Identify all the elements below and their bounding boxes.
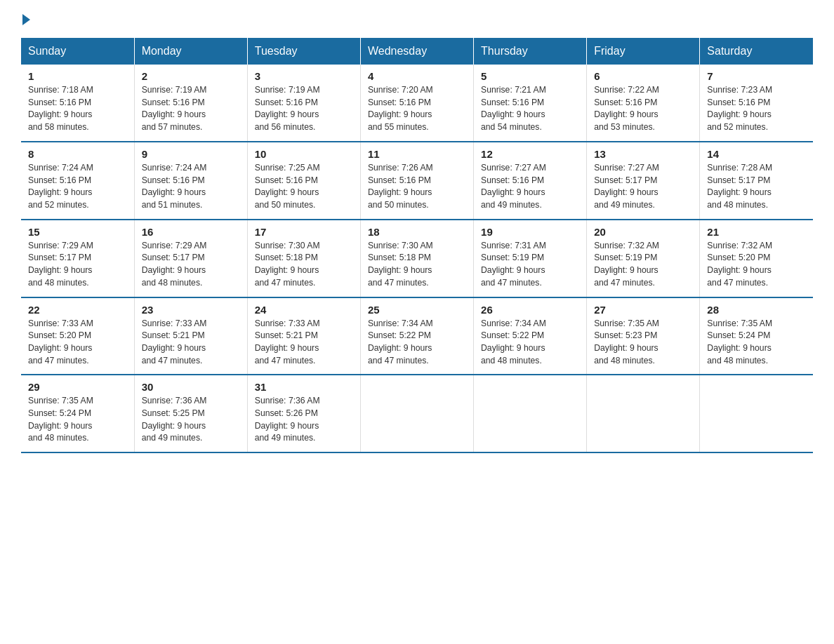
calendar-cell: 10Sunrise: 7:25 AM Sunset: 5:16 PM Dayli… (247, 142, 360, 220)
weekday-header-wednesday: Wednesday (360, 38, 473, 65)
calendar-week-5: 29Sunrise: 7:35 AM Sunset: 5:24 PM Dayli… (21, 375, 813, 452)
calendar-cell: 19Sunrise: 7:31 AM Sunset: 5:19 PM Dayli… (474, 220, 587, 297)
day-info: Sunrise: 7:18 AM Sunset: 5:16 PM Dayligh… (28, 84, 127, 134)
day-number: 5 (481, 70, 579, 82)
day-info: Sunrise: 7:33 AM Sunset: 5:21 PM Dayligh… (142, 318, 240, 368)
day-info: Sunrise: 7:34 AM Sunset: 5:22 PM Dayligh… (481, 318, 579, 368)
day-info: Sunrise: 7:24 AM Sunset: 5:16 PM Dayligh… (28, 162, 127, 212)
day-info: Sunrise: 7:27 AM Sunset: 5:16 PM Dayligh… (481, 162, 579, 212)
calendar-week-4: 22Sunrise: 7:33 AM Sunset: 5:20 PM Dayli… (21, 297, 813, 375)
calendar-cell: 20Sunrise: 7:32 AM Sunset: 5:19 PM Dayli… (587, 220, 700, 297)
page-header (21, 14, 813, 25)
day-number: 25 (368, 304, 466, 316)
day-number: 2 (142, 70, 240, 82)
calendar-cell: 30Sunrise: 7:36 AM Sunset: 5:25 PM Dayli… (134, 375, 247, 452)
calendar-week-3: 15Sunrise: 7:29 AM Sunset: 5:17 PM Dayli… (21, 220, 813, 297)
day-number: 31 (255, 381, 353, 393)
day-number: 18 (368, 226, 466, 238)
day-info: Sunrise: 7:35 AM Sunset: 5:24 PM Dayligh… (28, 395, 127, 445)
calendar-cell: 14Sunrise: 7:28 AM Sunset: 5:17 PM Dayli… (700, 142, 813, 220)
calendar-cell: 23Sunrise: 7:33 AM Sunset: 5:21 PM Dayli… (134, 297, 247, 375)
day-number: 7 (707, 70, 806, 82)
day-number: 10 (255, 148, 353, 160)
calendar-week-2: 8Sunrise: 7:24 AM Sunset: 5:16 PM Daylig… (21, 142, 813, 220)
day-number: 6 (594, 70, 692, 82)
day-info: Sunrise: 7:30 AM Sunset: 5:18 PM Dayligh… (368, 240, 466, 290)
day-number: 3 (255, 70, 353, 82)
day-number: 30 (142, 381, 240, 393)
calendar-cell: 27Sunrise: 7:35 AM Sunset: 5:23 PM Dayli… (587, 297, 700, 375)
day-info: Sunrise: 7:29 AM Sunset: 5:17 PM Dayligh… (28, 240, 127, 290)
calendar-cell: 22Sunrise: 7:33 AM Sunset: 5:20 PM Dayli… (21, 297, 134, 375)
day-info: Sunrise: 7:35 AM Sunset: 5:23 PM Dayligh… (594, 318, 692, 368)
calendar-cell: 31Sunrise: 7:36 AM Sunset: 5:26 PM Dayli… (247, 375, 360, 452)
calendar-cell: 9Sunrise: 7:24 AM Sunset: 5:16 PM Daylig… (134, 142, 247, 220)
day-info: Sunrise: 7:19 AM Sunset: 5:16 PM Dayligh… (255, 84, 353, 134)
calendar-cell (700, 375, 813, 452)
day-info: Sunrise: 7:35 AM Sunset: 5:24 PM Dayligh… (707, 318, 806, 368)
weekday-header-tuesday: Tuesday (247, 38, 360, 65)
weekday-header-row: SundayMondayTuesdayWednesdayThursdayFrid… (21, 38, 813, 65)
calendar-cell: 28Sunrise: 7:35 AM Sunset: 5:24 PM Dayli… (700, 297, 813, 375)
calendar-cell: 26Sunrise: 7:34 AM Sunset: 5:22 PM Dayli… (474, 297, 587, 375)
day-number: 9 (142, 148, 240, 160)
day-number: 11 (368, 148, 466, 160)
calendar-cell: 7Sunrise: 7:23 AM Sunset: 5:16 PM Daylig… (700, 65, 813, 142)
day-number: 26 (481, 304, 579, 316)
calendar-cell: 29Sunrise: 7:35 AM Sunset: 5:24 PM Dayli… (21, 375, 134, 452)
day-info: Sunrise: 7:32 AM Sunset: 5:19 PM Dayligh… (594, 240, 692, 290)
weekday-header-monday: Monday (134, 38, 247, 65)
day-info: Sunrise: 7:24 AM Sunset: 5:16 PM Dayligh… (142, 162, 240, 212)
calendar-cell: 1Sunrise: 7:18 AM Sunset: 5:16 PM Daylig… (21, 65, 134, 142)
day-info: Sunrise: 7:30 AM Sunset: 5:18 PM Dayligh… (255, 240, 353, 290)
day-number: 17 (255, 226, 353, 238)
day-number: 1 (28, 70, 127, 82)
day-number: 13 (594, 148, 692, 160)
day-info: Sunrise: 7:27 AM Sunset: 5:17 PM Dayligh… (594, 162, 692, 212)
calendar-cell (587, 375, 700, 452)
weekday-header-friday: Friday (587, 38, 700, 65)
day-number: 14 (707, 148, 806, 160)
logo (21, 14, 32, 25)
day-info: Sunrise: 7:26 AM Sunset: 5:16 PM Dayligh… (368, 162, 466, 212)
calendar-cell: 25Sunrise: 7:34 AM Sunset: 5:22 PM Dayli… (360, 297, 473, 375)
weekday-header-thursday: Thursday (474, 38, 587, 65)
calendar-cell: 4Sunrise: 7:20 AM Sunset: 5:16 PM Daylig… (360, 65, 473, 142)
day-number: 16 (142, 226, 240, 238)
calendar-week-1: 1Sunrise: 7:18 AM Sunset: 5:16 PM Daylig… (21, 65, 813, 142)
weekday-header-saturday: Saturday (700, 38, 813, 65)
day-info: Sunrise: 7:20 AM Sunset: 5:16 PM Dayligh… (368, 84, 466, 134)
calendar-cell: 8Sunrise: 7:24 AM Sunset: 5:16 PM Daylig… (21, 142, 134, 220)
logo-triangle-icon (22, 14, 30, 25)
calendar-cell: 3Sunrise: 7:19 AM Sunset: 5:16 PM Daylig… (247, 65, 360, 142)
day-number: 4 (368, 70, 466, 82)
day-info: Sunrise: 7:25 AM Sunset: 5:16 PM Dayligh… (255, 162, 353, 212)
calendar-cell: 5Sunrise: 7:21 AM Sunset: 5:16 PM Daylig… (474, 65, 587, 142)
day-number: 19 (481, 226, 579, 238)
calendar-cell: 13Sunrise: 7:27 AM Sunset: 5:17 PM Dayli… (587, 142, 700, 220)
calendar-body: 1Sunrise: 7:18 AM Sunset: 5:16 PM Daylig… (21, 65, 813, 452)
day-info: Sunrise: 7:36 AM Sunset: 5:26 PM Dayligh… (255, 395, 353, 445)
day-number: 28 (707, 304, 806, 316)
day-number: 21 (707, 226, 806, 238)
day-number: 23 (142, 304, 240, 316)
calendar-cell: 21Sunrise: 7:32 AM Sunset: 5:20 PM Dayli… (700, 220, 813, 297)
day-info: Sunrise: 7:36 AM Sunset: 5:25 PM Dayligh… (142, 395, 240, 445)
day-info: Sunrise: 7:29 AM Sunset: 5:17 PM Dayligh… (142, 240, 240, 290)
day-number: 20 (594, 226, 692, 238)
day-info: Sunrise: 7:23 AM Sunset: 5:16 PM Dayligh… (707, 84, 806, 134)
day-number: 24 (255, 304, 353, 316)
day-info: Sunrise: 7:32 AM Sunset: 5:20 PM Dayligh… (707, 240, 806, 290)
calendar-cell: 16Sunrise: 7:29 AM Sunset: 5:17 PM Dayli… (134, 220, 247, 297)
day-number: 22 (28, 304, 127, 316)
calendar-cell: 11Sunrise: 7:26 AM Sunset: 5:16 PM Dayli… (360, 142, 473, 220)
day-info: Sunrise: 7:33 AM Sunset: 5:21 PM Dayligh… (255, 318, 353, 368)
day-number: 27 (594, 304, 692, 316)
day-number: 12 (481, 148, 579, 160)
calendar-cell: 18Sunrise: 7:30 AM Sunset: 5:18 PM Dayli… (360, 220, 473, 297)
day-info: Sunrise: 7:34 AM Sunset: 5:22 PM Dayligh… (368, 318, 466, 368)
calendar-cell: 12Sunrise: 7:27 AM Sunset: 5:16 PM Dayli… (474, 142, 587, 220)
calendar-cell: 15Sunrise: 7:29 AM Sunset: 5:17 PM Dayli… (21, 220, 134, 297)
calendar-cell: 6Sunrise: 7:22 AM Sunset: 5:16 PM Daylig… (587, 65, 700, 142)
day-info: Sunrise: 7:22 AM Sunset: 5:16 PM Dayligh… (594, 84, 692, 134)
